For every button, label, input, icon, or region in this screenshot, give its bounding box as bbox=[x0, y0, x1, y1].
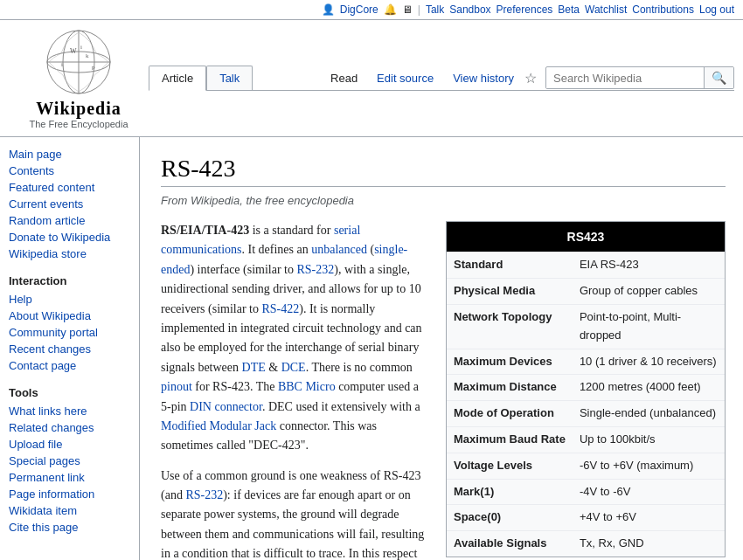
sidebar-item-contact[interactable]: Contact page bbox=[9, 357, 139, 374]
sidebar-interaction-heading: Interaction bbox=[9, 274, 139, 287]
user-icon: 👤 bbox=[322, 3, 335, 16]
link-rs232[interactable]: RS-232 bbox=[297, 263, 335, 276]
table-row: Voltage Levels-6V to +6V (maximum) bbox=[447, 453, 725, 479]
username-link[interactable]: DigCore bbox=[340, 3, 378, 16]
sandbox-link[interactable]: Sandbox bbox=[449, 3, 490, 16]
table-row: Physical MediaGroup of copper cables bbox=[447, 279, 725, 305]
link-rs422[interactable]: RS-422 bbox=[261, 302, 299, 315]
infobox-table: StandardEIA RS-423 Physical MediaGroup o… bbox=[447, 252, 725, 557]
top-bar: 👤 DigCore 🔔 🖥 | Talk Sandbox Preferences… bbox=[0, 0, 743, 20]
from-line: From Wikipedia, the free encyclopedia bbox=[161, 194, 726, 207]
header: W i k i p Wikipedia The Free Encyclopedi… bbox=[0, 20, 743, 137]
svg-text:i: i bbox=[80, 44, 82, 51]
tabs-area: Article Talk Read Edit source View histo… bbox=[149, 66, 734, 91]
tab-talk[interactable]: Talk bbox=[206, 66, 253, 90]
watchlist-link[interactable]: Watchlist bbox=[585, 3, 627, 16]
beta-link[interactable]: Beta bbox=[558, 3, 580, 16]
main-layout: Main page Contents Featured content Curr… bbox=[0, 137, 743, 560]
tab-article[interactable]: Article bbox=[149, 66, 206, 91]
sidebar-item-current-events[interactable]: Current events bbox=[9, 196, 139, 212]
sidebar-tools: Tools What links here Related changes Up… bbox=[9, 386, 139, 536]
action-edit-source[interactable]: Edit source bbox=[368, 68, 442, 88]
talk-link[interactable]: Talk bbox=[426, 3, 444, 16]
sidebar-item-related-changes[interactable]: Related changes bbox=[9, 419, 139, 436]
svg-text:i: i bbox=[61, 61, 63, 68]
sidebar-tools-heading: Tools bbox=[9, 386, 139, 399]
logout-link[interactable]: Log out bbox=[699, 3, 734, 16]
bold-intro: RS/EIA/TIA-423 bbox=[161, 224, 249, 237]
svg-text:k: k bbox=[86, 52, 89, 59]
contributions-link[interactable]: Contributions bbox=[632, 3, 694, 16]
sidebar-item-permanent-link[interactable]: Permanent link bbox=[9, 469, 139, 486]
sidebar-item-special-pages[interactable]: Special pages bbox=[9, 453, 139, 469]
search-input[interactable] bbox=[546, 68, 704, 88]
sidebar-item-wikidata[interactable]: Wikidata item bbox=[9, 502, 139, 519]
link-rs232-2[interactable]: RS-232 bbox=[185, 488, 223, 501]
sidebar-item-main-page[interactable]: Main page bbox=[9, 146, 139, 162]
sidebar-item-community-portal[interactable]: Community portal bbox=[9, 324, 139, 341]
sidebar: Main page Contents Featured content Curr… bbox=[0, 137, 140, 560]
sidebar-item-donate[interactable]: Donate to Wikipedia bbox=[9, 229, 139, 245]
right-actions: Read Edit source View history ☆ 🔍 bbox=[322, 66, 734, 89]
table-row: Space(0)+4V to +6V bbox=[447, 505, 725, 531]
table-row: Mode of OperationSingle-ended (unbalance… bbox=[447, 401, 725, 427]
user-section: 👤 DigCore 🔔 🖥 | Talk Sandbox Preferences… bbox=[322, 3, 734, 16]
tabs-row: Article Talk Read Edit source View histo… bbox=[149, 66, 734, 91]
content-area: RS-423 From Wikipedia, the free encyclop… bbox=[140, 137, 743, 560]
action-read[interactable]: Read bbox=[322, 68, 366, 88]
search-button[interactable]: 🔍 bbox=[704, 67, 733, 88]
svg-text:W: W bbox=[70, 47, 77, 55]
left-tabs: Article Talk bbox=[149, 66, 253, 90]
infobox: RS423 StandardEIA RS-423 Physical MediaG… bbox=[446, 221, 726, 557]
link-dte[interactable]: DTE bbox=[242, 361, 266, 374]
sidebar-item-featured-content[interactable]: Featured content bbox=[9, 179, 139, 196]
link-mmj[interactable]: Modified Modular Jack bbox=[161, 419, 276, 432]
site-title: Wikipedia bbox=[36, 99, 122, 119]
action-view-history[interactable]: View history bbox=[444, 68, 523, 88]
link-din[interactable]: DIN connector bbox=[190, 400, 262, 413]
site-subtitle: The Free Encyclopedia bbox=[29, 119, 128, 129]
bell-icon[interactable]: 🔔 bbox=[384, 3, 397, 16]
screen-icon: 🖥 bbox=[402, 3, 413, 16]
svg-text:p: p bbox=[92, 64, 95, 71]
sidebar-item-contents[interactable]: Contents bbox=[9, 162, 139, 179]
link-unbalanced[interactable]: unbalanced bbox=[311, 243, 367, 256]
page-title: RS-423 bbox=[161, 155, 726, 187]
sidebar-item-random-article[interactable]: Random article bbox=[9, 212, 139, 229]
table-row: Network TopologyPoint-to-point, Multi-dr… bbox=[447, 304, 725, 349]
wikipedia-globe: W i k i p bbox=[44, 27, 114, 97]
article-body: RS423 StandardEIA RS-423 Physical MediaG… bbox=[161, 221, 726, 560]
sidebar-item-upload-file[interactable]: Upload file bbox=[9, 436, 139, 453]
sidebar-item-recent-changes[interactable]: Recent changes bbox=[9, 341, 139, 357]
sidebar-interaction: Interaction Help About Wikipedia Communi… bbox=[9, 274, 139, 374]
sidebar-item-store[interactable]: Wikipedia store bbox=[9, 245, 139, 262]
sidebar-item-help[interactable]: Help bbox=[9, 291, 139, 308]
sidebar-item-page-information[interactable]: Page information bbox=[9, 486, 139, 502]
table-row: StandardEIA RS-423 bbox=[447, 252, 725, 279]
sidebar-item-about[interactable]: About Wikipedia bbox=[9, 308, 139, 324]
star-icon[interactable]: ☆ bbox=[524, 70, 537, 86]
table-row: Mark(1)-4V to -6V bbox=[447, 479, 725, 505]
table-row: Available SignalsTx, Rx, GND bbox=[447, 531, 725, 557]
sidebar-nav: Main page Contents Featured content Curr… bbox=[9, 146, 139, 262]
link-dce[interactable]: DCE bbox=[281, 361, 306, 374]
table-row: Maximum Baud RateUp to 100kbit/s bbox=[447, 426, 725, 453]
table-row: Maximum Devices10 (1 driver & 10 receive… bbox=[447, 349, 725, 375]
search-bar: 🔍 bbox=[545, 66, 734, 89]
table-row: Maximum Distance1200 metres (4000 feet) bbox=[447, 375, 725, 401]
sidebar-item-what-links-here[interactable]: What links here bbox=[9, 403, 139, 419]
sidebar-item-cite[interactable]: Cite this page bbox=[9, 519, 139, 536]
link-bbc-micro[interactable]: BBC Micro bbox=[278, 380, 336, 393]
link-pinout[interactable]: pinout bbox=[161, 380, 192, 393]
logo-area: W i k i p Wikipedia The Free Encyclopedi… bbox=[9, 27, 149, 129]
preferences-link[interactable]: Preferences bbox=[496, 3, 553, 16]
infobox-title: RS423 bbox=[447, 222, 725, 252]
